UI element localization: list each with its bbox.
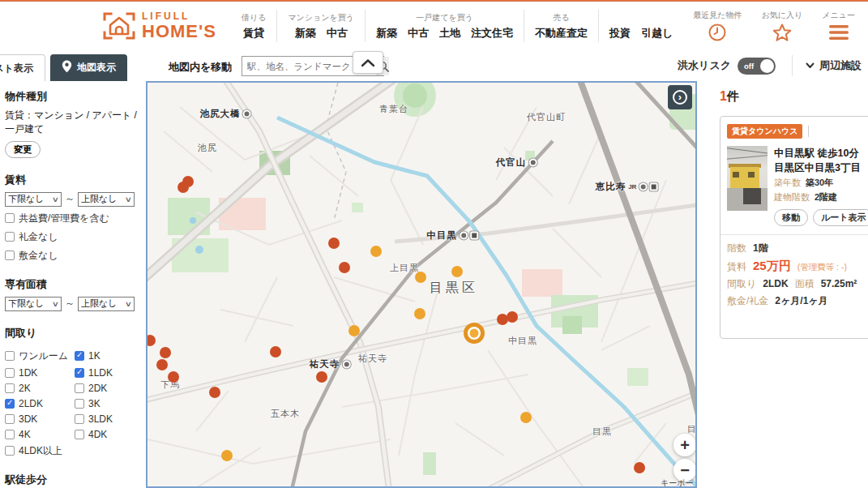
rail-station-icon: [470, 231, 478, 239]
layout-option-checkbox[interactable]: 3LDK: [75, 413, 138, 425]
map-toolbar: リスト表示 地図表示 地図内を移動 洪水リスク off 周辺施設: [0, 50, 868, 81]
nearby-facilities-button[interactable]: 周辺施設: [806, 58, 862, 73]
property-marker[interactable]: [270, 346, 281, 357]
property-marker[interactable]: [316, 371, 327, 383]
deposit-label: 敷金/礼金: [727, 294, 768, 308]
map-background: [148, 83, 697, 488]
layout-option-checkbox[interactable]: 4LDK以上: [5, 444, 75, 458]
map-area-label: 青葉台: [379, 103, 408, 115]
map-area-label: 上目黒: [390, 262, 419, 274]
property-marker[interactable]: [348, 325, 360, 336]
nav-house-shinchiku[interactable]: 新築: [376, 26, 397, 41]
property-marker[interactable]: [221, 450, 233, 461]
tab-map-view[interactable]: 地図表示: [50, 54, 127, 81]
nav-group-other: 投資 引越し: [598, 10, 683, 42]
layout-option-checkbox[interactable]: 2K: [5, 383, 75, 394]
floors-label: 建物階数: [774, 191, 810, 204]
keyboard-shortcuts-label[interactable]: キーボード ショートカット: [661, 477, 697, 488]
layout-option-checkbox[interactable]: ワンルーム: [5, 349, 75, 363]
chevron-down-icon: ∨: [52, 195, 59, 203]
layout-option-checkbox[interactable]: 4DK: [75, 429, 138, 440]
property-marker[interactable]: [177, 182, 189, 193]
floor-value: 1階: [753, 242, 768, 255]
property-photo: [727, 146, 768, 211]
filter-sidebar: 物件種別 賃貸：マンション / アパート / 一戸建て 変更 賃料 下限なし∨ …: [0, 81, 146, 488]
property-marker[interactable]: [520, 412, 532, 423]
map-area-label: 目黒区: [430, 280, 478, 297]
layout-option-checkbox[interactable]: 3DK: [5, 413, 75, 425]
property-marker[interactable]: [507, 311, 518, 323]
layout-option-checkbox[interactable]: 3K: [75, 398, 138, 409]
madori-label: 間取り: [727, 277, 756, 291]
route-button[interactable]: ルート表示: [813, 209, 868, 226]
nav-satei[interactable]: 不動産査定: [535, 26, 588, 41]
results-panel: 1件 賃貸タウンハウス 中目黒駅 徒歩10分 目黒区中目黒3丁目 築年数 築30…: [713, 81, 868, 488]
property-marker[interactable]: [328, 238, 340, 249]
property-marker[interactable]: [415, 272, 426, 283]
property-title-address: 目黒区中目黒3丁目: [774, 161, 868, 175]
layout-heading: 間取り: [5, 326, 139, 340]
floors-value: 2階建: [815, 191, 837, 204]
layout-option-checkbox[interactable]: 2LDK: [5, 398, 75, 409]
map-area-label: 代官山町: [527, 111, 566, 123]
map-area-label: 池尻: [198, 142, 217, 154]
nav-house-chuko[interactable]: 中古: [408, 26, 429, 41]
property-marker[interactable]: [370, 246, 382, 257]
map-area-label: 中目黒: [508, 335, 537, 347]
property-marker[interactable]: [451, 266, 463, 277]
no-deposit-checkbox[interactable]: 敷金なし: [5, 249, 139, 263]
favorites-button[interactable]: お気に入り: [752, 10, 813, 42]
nav-house-chumon[interactable]: 注文住宅: [471, 26, 513, 41]
chevron-down-icon: ∨: [125, 195, 132, 203]
property-type-heading: 物件種別: [5, 89, 139, 104]
nav-toshi[interactable]: 投資: [609, 26, 631, 41]
property-marker[interactable]: [209, 387, 220, 398]
property-card[interactable]: 賃貸タウンハウス 中目黒駅 徒歩10分 目黒区中目黒3丁目 築年数 築30年 建…: [720, 116, 868, 339]
property-marker[interactable]: [464, 323, 485, 344]
chevron-right-icon: ›: [673, 90, 687, 105]
menu-button[interactable]: メニュー: [812, 10, 865, 42]
rent-max-select[interactable]: 上限なし∨: [78, 192, 135, 207]
age-value: 築30年: [806, 177, 833, 190]
layout-option-checkbox[interactable]: 1LDK: [75, 367, 138, 379]
zoom-in-button[interactable]: +: [673, 434, 696, 456]
property-title-station: 中目黒駅 徒歩10分: [774, 146, 868, 161]
homes-logo[interactable]: LIFULL HOME'S: [102, 11, 216, 41]
property-marker[interactable]: [414, 308, 425, 319]
property-marker[interactable]: [160, 347, 171, 358]
layout-option-checkbox[interactable]: 1DK: [5, 367, 75, 379]
area-max-select[interactable]: 上限なし∨: [78, 297, 135, 311]
tab-list-view[interactable]: リスト表示: [0, 54, 45, 81]
nav-mansion-shinchiku[interactable]: 新築: [295, 26, 316, 41]
layout-option-checkbox[interactable]: 1K: [75, 349, 138, 363]
chevron-down-icon: [806, 62, 815, 69]
move-to-button[interactable]: 移動: [774, 209, 808, 226]
nav-hikkoshi[interactable]: 引越し: [641, 26, 673, 41]
nav-mansion-chuko[interactable]: 中古: [327, 26, 348, 41]
result-count: 1件: [720, 89, 868, 105]
include-fees-checkbox[interactable]: 共益費/管理費を含む: [5, 212, 139, 225]
floor-area-value: 57.25m²: [821, 278, 857, 289]
area-min-select[interactable]: 下限なし∨: [5, 297, 62, 311]
property-marker[interactable]: [156, 359, 168, 370]
no-key-money-checkbox[interactable]: 礼金なし: [5, 230, 139, 244]
recently-viewed-button[interactable]: 最近見た物件: [683, 10, 751, 42]
map-canvas[interactable]: 池尻青葉台代官山町上目黒祐天寺下馬五本木中目黒目黒目黒目黒区 池尻大橋 代官山 …: [146, 81, 697, 488]
main-nav: 借りる 賃貸 マンションを買う 新築 中古 一戸建てを買う 新築 中古 土地 注…: [231, 10, 865, 42]
lifull-homes-map-page: { "colors": { "brand": "#e06b33", "price…: [0, 0, 868, 488]
nav-chintai[interactable]: 賃貸: [243, 26, 264, 41]
change-button[interactable]: 変更: [5, 141, 41, 158]
expand-panel-button[interactable]: ›: [668, 85, 692, 109]
rent-note: (管理費等 : -): [797, 262, 847, 273]
nav-house-tochi[interactable]: 土地: [439, 26, 460, 41]
rent-min-select[interactable]: 下限なし∨: [5, 192, 62, 207]
flood-risk-toggle[interactable]: off: [738, 58, 776, 75]
property-marker[interactable]: [339, 262, 350, 273]
nav-group-house: 一戸建てを買う 新築 中古 土地 注文住宅: [365, 10, 524, 42]
property-marker[interactable]: [634, 462, 645, 473]
property-marker[interactable]: [168, 371, 179, 383]
logo-line2: HOME'S: [142, 23, 216, 41]
collapse-panel-button[interactable]: [353, 51, 383, 74]
layout-option-checkbox[interactable]: 4K: [5, 429, 75, 440]
layout-option-checkbox[interactable]: 2DK: [75, 383, 138, 394]
